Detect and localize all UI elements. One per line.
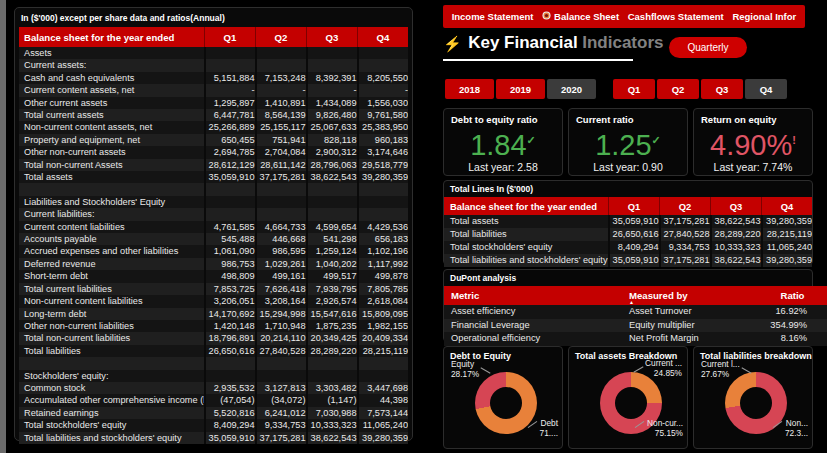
dupont-header-measured-by[interactable]: Measured by▲: [622, 286, 755, 305]
dashboard-root: In ($'000) except per share data and rat…: [0, 0, 827, 453]
row-value: 7,853,725: [205, 283, 256, 295]
row-value: 7,030,988: [307, 407, 358, 419]
row-value: [307, 208, 358, 220]
period-filters: 201820192020Q1Q2Q3Q4: [445, 79, 813, 99]
row-value: 8,392,391: [307, 72, 358, 84]
quarter-button-q3[interactable]: Q3: [701, 79, 743, 99]
quarterly-button[interactable]: Quarterly: [669, 37, 747, 58]
tab-cashflows-statement[interactable]: Cashflows Statement: [628, 11, 724, 22]
row-value: 1,710,948: [256, 320, 307, 332]
column-header-q4[interactable]: Q4: [762, 197, 813, 215]
table-row: Current liabilities:: [19, 208, 408, 220]
row-value: 38,622,543: [711, 254, 762, 267]
row-value: [358, 47, 409, 59]
table-row: Total current assets6,447,7818,564,1399,…: [19, 109, 408, 121]
row-label: Total liabilities: [19, 345, 205, 357]
row-value: 28,796,063: [307, 159, 358, 171]
tab-balance-sheet[interactable]: Balance Sheet: [542, 11, 619, 22]
column-header-q2[interactable]: Q2: [256, 27, 307, 47]
row-value: 39,280,359: [762, 215, 813, 228]
table-row: Stockholders' equity:: [19, 370, 408, 382]
row-value: [256, 196, 307, 208]
donut-slice-label: Current l...27.67%: [701, 360, 740, 380]
row-value: 27,840,528: [256, 345, 307, 357]
row-value: 498,809: [205, 270, 256, 282]
dupont-measured-by: Net Profit Margin: [622, 332, 755, 346]
row-value: (1,147): [307, 394, 358, 406]
row-value: 37,175,281: [660, 254, 711, 267]
dupont-table: MetricMeasured by▲Ratio Asset efficiency…: [444, 286, 827, 346]
row-value: 38,622,543: [307, 171, 358, 183]
row-value: 39,280,359: [762, 254, 813, 267]
year-button-2019[interactable]: 2019: [496, 79, 545, 99]
row-value: [256, 59, 307, 71]
row-value: 1,434,089: [307, 97, 358, 109]
quarter-button-q1[interactable]: Q1: [613, 79, 655, 99]
kpi-card-debt-to-equity-ratio: Debt to equity ratio1.84✓Last year: 2.58: [443, 108, 563, 176]
quarter-button-q2[interactable]: Q2: [657, 79, 699, 99]
row-label: Current liabilities:: [19, 208, 205, 220]
total-lines-panel: Total Lines In ($'000) Balance sheet for…: [443, 180, 813, 265]
dupont-header-ratio[interactable]: Ratio: [755, 286, 827, 305]
row-label: Other current assets: [19, 97, 205, 109]
row-value: [358, 196, 409, 208]
table-row: Property and equipment, net650,455751,94…: [19, 134, 408, 146]
kpi-value: 4.90%!: [694, 125, 812, 160]
row-value: [358, 183, 409, 195]
tab-income-statement[interactable]: Income Statement: [452, 11, 534, 22]
tab-regional-infor[interactable]: Regional Infor: [732, 11, 796, 22]
row-value: 39,280,359: [358, 171, 409, 183]
year-button-2020[interactable]: 2020: [547, 79, 596, 99]
row-value: 5,151,884: [205, 72, 256, 84]
dupont-header-metric[interactable]: Metric: [444, 286, 622, 305]
row-value: 38,622,543: [307, 432, 358, 444]
column-header-q1[interactable]: Q1: [205, 27, 256, 47]
row-value: 15,547,616: [307, 308, 358, 320]
row-value: 1,875,235: [307, 320, 358, 332]
column-header-q4[interactable]: Q4: [358, 27, 409, 47]
row-value: 2,704,084: [256, 146, 307, 158]
table-row: Long-term debt14,170,69215,294,99815,547…: [19, 308, 408, 320]
row-value: 28,215,119: [762, 228, 813, 241]
quarter-button-q4[interactable]: Q4: [745, 79, 787, 99]
column-header-q3[interactable]: Q3: [307, 27, 358, 47]
target-icon: [542, 11, 551, 22]
balance-sheet-header-row: Balance sheet for the year endedQ1Q2Q3Q4: [19, 27, 408, 47]
dupont-ratio: 16.92%: [755, 305, 827, 319]
balance-sheet-label-header[interactable]: Balance sheet for the year ended: [19, 27, 205, 47]
row-value: 35,059,910: [205, 171, 256, 183]
row-value: [307, 183, 358, 195]
total-lines-label-header[interactable]: Balance sheet for the year ended: [444, 197, 609, 215]
page-title-secondary: Indicators: [582, 33, 663, 52]
year-button-2018[interactable]: 2018: [445, 79, 494, 99]
row-value: -: [358, 84, 409, 96]
dupont-caption: DuPont analysis: [444, 270, 812, 286]
column-header-q3[interactable]: Q3: [711, 197, 762, 215]
table-row: Operational efficiencyNet Profit Margin8…: [444, 332, 827, 346]
donut-chart[interactable]: [475, 372, 537, 434]
row-label: Total liabilities and stockholders' equi…: [19, 432, 205, 444]
row-value: [307, 196, 358, 208]
row-value: 3,127,813: [256, 382, 307, 394]
donut-charts: Debt to EquityDebt71....Equity28.17%Tota…: [443, 346, 813, 449]
total-lines-table: Balance sheet for the year endedQ1Q2Q3Q4…: [444, 197, 812, 267]
row-label: Other non-current liabilities: [19, 320, 205, 332]
row-value: [205, 196, 256, 208]
row-label: Accrued expenses and other liabilities: [19, 245, 205, 257]
row-value: 38,622,543: [711, 215, 762, 228]
row-value: 751,941: [256, 134, 307, 146]
row-value: [256, 370, 307, 382]
column-header-q2[interactable]: Q2: [660, 197, 711, 215]
row-value: 28,612,129: [205, 159, 256, 171]
row-value: 4,599,654: [307, 221, 358, 233]
tab-label: Regional Infor: [732, 11, 796, 22]
row-value: 9,334,753: [256, 419, 307, 431]
table-row: Current content assets, net----: [19, 84, 408, 96]
check-icon: ✓: [652, 134, 661, 146]
row-value: 28,215,119: [358, 345, 409, 357]
row-value: 25,383,950: [358, 121, 409, 133]
row-label: Current content liabilities: [19, 221, 205, 233]
column-header-q1[interactable]: Q1: [609, 197, 660, 215]
row-value: [205, 47, 256, 59]
row-value: 8,409,294: [609, 241, 660, 254]
